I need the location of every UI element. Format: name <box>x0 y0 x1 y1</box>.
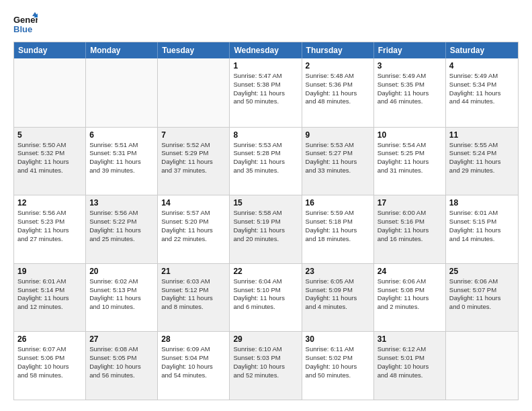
day-cell-25: 25Sunrise: 6:06 AM Sunset: 5:07 PM Dayli… <box>446 264 518 332</box>
day-number: 23 <box>306 267 370 276</box>
day-number: 4 <box>449 61 515 71</box>
day-cell-28: 28Sunrise: 6:09 AM Sunset: 5:04 PM Dayli… <box>158 332 230 400</box>
day-cell-18: 18Sunrise: 6:01 AM Sunset: 5:15 PM Dayli… <box>446 195 518 263</box>
day-cell-5: 5Sunrise: 5:50 AM Sunset: 5:32 PM Daylig… <box>14 128 86 195</box>
day-info: Sunrise: 6:10 AM Sunset: 5:03 PM Dayligh… <box>233 345 298 379</box>
day-info: Sunrise: 5:56 AM Sunset: 5:22 PM Dayligh… <box>89 209 154 243</box>
day-info: Sunrise: 6:07 AM Sunset: 5:06 PM Dayligh… <box>17 345 82 379</box>
day-info: Sunrise: 5:56 AM Sunset: 5:23 PM Dayligh… <box>17 209 82 243</box>
day-info: Sunrise: 5:55 AM Sunset: 5:24 PM Dayligh… <box>449 141 515 175</box>
day-cell-15: 15Sunrise: 5:58 AM Sunset: 5:19 PM Dayli… <box>230 195 302 263</box>
day-cell-2: 2Sunrise: 5:48 AM Sunset: 5:36 PM Daylig… <box>302 58 374 127</box>
day-number: 12 <box>17 198 82 208</box>
day-info: Sunrise: 6:06 AM Sunset: 5:07 PM Dayligh… <box>449 277 515 312</box>
day-number: 2 <box>306 61 370 71</box>
header: General Blue <box>13 11 519 35</box>
day-info: Sunrise: 6:01 AM Sunset: 5:15 PM Dayligh… <box>449 209 515 243</box>
day-number: 21 <box>161 267 226 276</box>
day-info: Sunrise: 5:50 AM Sunset: 5:32 PM Dayligh… <box>17 141 82 175</box>
empty-cell <box>158 58 230 127</box>
day-info: Sunrise: 5:52 AM Sunset: 5:29 PM Dayligh… <box>161 141 226 175</box>
day-cell-12: 12Sunrise: 5:56 AM Sunset: 5:23 PM Dayli… <box>14 195 86 263</box>
day-number: 20 <box>89 267 154 276</box>
day-cell-9: 9Sunrise: 5:53 AM Sunset: 5:27 PM Daylig… <box>302 128 374 195</box>
day-number: 25 <box>449 267 515 276</box>
day-info: Sunrise: 6:12 AM Sunset: 5:01 PM Dayligh… <box>378 345 442 379</box>
day-number: 18 <box>449 198 515 208</box>
day-cell-19: 19Sunrise: 6:01 AM Sunset: 5:14 PM Dayli… <box>14 264 86 332</box>
logo-icon: General Blue <box>13 11 38 35</box>
weekday-header-tuesday: Tuesday <box>158 42 230 58</box>
day-info: Sunrise: 6:06 AM Sunset: 5:08 PM Dayligh… <box>378 277 442 312</box>
day-info: Sunrise: 5:53 AM Sunset: 5:28 PM Dayligh… <box>233 141 298 175</box>
day-number: 19 <box>17 267 82 276</box>
day-number: 26 <box>17 334 82 344</box>
day-cell-27: 27Sunrise: 6:08 AM Sunset: 5:05 PM Dayli… <box>86 332 158 400</box>
weekday-header-saturday: Saturday <box>446 42 518 58</box>
day-cell-8: 8Sunrise: 5:53 AM Sunset: 5:28 PM Daylig… <box>230 128 302 195</box>
day-info: Sunrise: 6:08 AM Sunset: 5:05 PM Dayligh… <box>89 345 154 379</box>
day-number: 27 <box>89 334 154 344</box>
day-cell-29: 29Sunrise: 6:10 AM Sunset: 5:03 PM Dayli… <box>230 332 302 400</box>
day-number: 17 <box>378 198 442 208</box>
day-cell-3: 3Sunrise: 5:49 AM Sunset: 5:35 PM Daylig… <box>374 58 446 127</box>
day-number: 16 <box>306 198 370 208</box>
day-number: 31 <box>378 334 442 344</box>
day-info: Sunrise: 6:00 AM Sunset: 5:16 PM Dayligh… <box>378 209 442 243</box>
day-number: 24 <box>378 267 442 276</box>
day-info: Sunrise: 5:47 AM Sunset: 5:38 PM Dayligh… <box>233 72 298 106</box>
day-info: Sunrise: 6:03 AM Sunset: 5:12 PM Dayligh… <box>161 277 226 312</box>
empty-cell <box>446 332 518 400</box>
day-number: 8 <box>233 130 298 140</box>
day-info: Sunrise: 6:05 AM Sunset: 5:09 PM Dayligh… <box>306 277 370 312</box>
weekday-header-friday: Friday <box>374 42 446 58</box>
day-info: Sunrise: 6:04 AM Sunset: 5:10 PM Dayligh… <box>233 277 298 312</box>
day-number: 1 <box>233 61 298 71</box>
svg-text:General: General <box>13 15 38 25</box>
day-cell-4: 4Sunrise: 5:49 AM Sunset: 5:34 PM Daylig… <box>446 58 518 127</box>
day-info: Sunrise: 6:01 AM Sunset: 5:14 PM Dayligh… <box>17 277 82 312</box>
day-info: Sunrise: 6:02 AM Sunset: 5:13 PM Dayligh… <box>89 277 154 312</box>
day-cell-1: 1Sunrise: 5:47 AM Sunset: 5:38 PM Daylig… <box>230 58 302 127</box>
calendar-row-3: 12Sunrise: 5:56 AM Sunset: 5:23 PM Dayli… <box>14 195 518 263</box>
day-number: 15 <box>233 198 298 208</box>
day-number: 10 <box>378 130 442 140</box>
calendar-body: 1Sunrise: 5:47 AM Sunset: 5:38 PM Daylig… <box>14 58 518 400</box>
day-cell-16: 16Sunrise: 5:59 AM Sunset: 5:18 PM Dayli… <box>302 195 374 263</box>
day-info: Sunrise: 6:09 AM Sunset: 5:04 PM Dayligh… <box>161 345 226 379</box>
day-cell-11: 11Sunrise: 5:55 AM Sunset: 5:24 PM Dayli… <box>446 128 518 195</box>
day-info: Sunrise: 5:48 AM Sunset: 5:36 PM Dayligh… <box>306 72 370 106</box>
day-cell-14: 14Sunrise: 5:57 AM Sunset: 5:20 PM Dayli… <box>158 195 230 263</box>
calendar-header: SundayMondayTuesdayWednesdayThursdayFrid… <box>14 42 518 58</box>
day-info: Sunrise: 5:58 AM Sunset: 5:19 PM Dayligh… <box>233 209 298 243</box>
day-number: 30 <box>306 334 370 344</box>
day-cell-21: 21Sunrise: 6:03 AM Sunset: 5:12 PM Dayli… <box>158 264 230 332</box>
day-cell-23: 23Sunrise: 6:05 AM Sunset: 5:09 PM Dayli… <box>302 264 374 332</box>
empty-cell <box>14 58 86 127</box>
svg-text:Blue: Blue <box>13 24 32 34</box>
day-cell-24: 24Sunrise: 6:06 AM Sunset: 5:08 PM Dayli… <box>374 264 446 332</box>
day-info: Sunrise: 6:11 AM Sunset: 5:02 PM Dayligh… <box>306 345 370 379</box>
day-info: Sunrise: 5:49 AM Sunset: 5:35 PM Dayligh… <box>378 72 442 106</box>
calendar-row-5: 26Sunrise: 6:07 AM Sunset: 5:06 PM Dayli… <box>14 331 518 400</box>
weekday-header-thursday: Thursday <box>302 42 374 58</box>
day-cell-17: 17Sunrise: 6:00 AM Sunset: 5:16 PM Dayli… <box>374 195 446 263</box>
day-cell-26: 26Sunrise: 6:07 AM Sunset: 5:06 PM Dayli… <box>14 332 86 400</box>
day-info: Sunrise: 5:53 AM Sunset: 5:27 PM Dayligh… <box>306 141 370 175</box>
day-number: 6 <box>89 130 154 140</box>
day-cell-6: 6Sunrise: 5:51 AM Sunset: 5:31 PM Daylig… <box>86 128 158 195</box>
day-info: Sunrise: 5:51 AM Sunset: 5:31 PM Dayligh… <box>89 141 154 175</box>
calendar-row-4: 19Sunrise: 6:01 AM Sunset: 5:14 PM Dayli… <box>14 263 518 332</box>
day-number: 22 <box>233 267 298 276</box>
weekday-header-monday: Monday <box>86 42 158 58</box>
day-number: 3 <box>378 61 442 71</box>
calendar: SundayMondayTuesdayWednesdayThursdayFrid… <box>13 42 519 400</box>
logo: General Blue <box>13 11 38 35</box>
day-number: 9 <box>306 130 370 140</box>
day-number: 5 <box>17 130 82 140</box>
weekday-header-sunday: Sunday <box>14 42 86 58</box>
day-cell-22: 22Sunrise: 6:04 AM Sunset: 5:10 PM Dayli… <box>230 264 302 332</box>
day-info: Sunrise: 5:54 AM Sunset: 5:25 PM Dayligh… <box>378 141 442 175</box>
day-number: 7 <box>161 130 226 140</box>
day-number: 11 <box>449 130 515 140</box>
